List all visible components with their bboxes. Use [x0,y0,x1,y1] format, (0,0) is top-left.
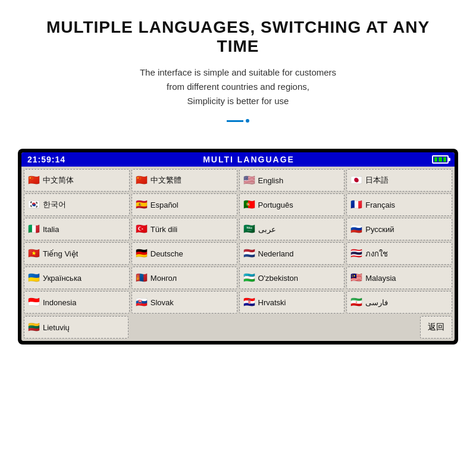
subtitle: The interface is simple and suitable for… [24,65,452,108]
flag-icon-17: 🇲🇳 [136,273,148,283]
lang-label-9: Türk dili [151,225,178,234]
lang-btn-11[interactable]: 🇷🇺Русский [346,218,452,240]
lang-label-19: Malaysia [365,274,396,283]
lang-label-14: Nederland [258,249,294,258]
lang-btn-24[interactable]: 🇱🇹Lietuvių [24,316,129,339]
battery-bar-2 [439,157,441,162]
lang-btn-15[interactable]: 🇹🇭ภงกใช [346,242,452,265]
device-screen: 21:59:14 MULTI LANGUAGE 🇨🇳中文简体🇨🇳中文繁體🇺🇸En… [21,152,455,341]
flag-icon-8: 🇮🇹 [28,224,40,234]
battery-body [432,155,449,164]
battery-bar-1 [434,157,437,162]
lang-btn-8[interactable]: 🇮🇹Italia [24,218,130,240]
battery-icon [432,155,449,164]
lang-btn-17[interactable]: 🇲🇳Монгол [131,267,237,289]
flag-icon-4: 🇰🇷 [28,200,40,209]
lang-btn-14[interactable]: 🇳🇱Nederland [239,242,345,265]
lang-btn-21[interactable]: 🇸🇰Slovak [131,291,237,314]
lang-btn-4[interactable]: 🇰🇷한국어 [24,193,130,216]
lang-btn-9[interactable]: 🇹🇷Türk dili [131,218,237,240]
divider [24,119,452,123]
lang-label-20: Indonesia [43,298,76,307]
flag-icon-21: 🇸🇰 [136,298,148,307]
lang-btn-19[interactable]: 🇲🇾Malaysia [346,267,452,289]
lang-label-7: Français [365,201,395,209]
lang-btn-2[interactable]: 🇺🇸English [239,169,345,192]
lang-btn-7[interactable]: 🇫🇷Français [346,193,452,216]
status-bar: 21:59:14 MULTI LANGUAGE [21,152,455,167]
lang-label-16: Українська [43,274,82,283]
flag-icon-9: 🇹🇷 [136,224,148,234]
divider-dash [227,120,243,122]
flag-icon-15: 🇹🇭 [350,249,362,258]
lang-label-15: ภงกใช [365,248,388,260]
lang-btn-20[interactable]: 🇮🇩Indonesia [24,291,130,314]
lang-btn-1[interactable]: 🇨🇳中文繁體 [131,169,237,192]
screen-title: MULTI LANGUAGE [203,155,295,164]
flag-icon-20: 🇮🇩 [28,298,40,307]
flag-icon-16: 🇺🇦 [28,273,40,283]
lang-btn-12[interactable]: 🇻🇳Tiếng Việt [24,242,130,265]
lang-label-5: Español [151,201,178,209]
flag-icon-3: 🇯🇵 [350,176,362,185]
lang-btn-3[interactable]: 🇯🇵日本語 [346,169,452,192]
flag-icon-0: 🇨🇳 [28,176,40,185]
bottom-spacer [130,316,419,339]
lang-label-21: Slovak [151,298,174,307]
language-grid: 🇨🇳中文简体🇨🇳中文繁體🇺🇸English🇯🇵日本語🇰🇷한국어🇪🇸Español… [21,167,455,316]
lang-btn-6[interactable]: 🇵🇹Português [239,193,345,216]
status-time: 21:59:14 [27,155,65,164]
flag-icon-13: 🇩🇪 [136,249,148,258]
page-title: MULTIPLE LANGUAGES, SWITCHING AT ANY TIM… [24,18,452,56]
lang-btn-0[interactable]: 🇨🇳中文简体 [24,169,130,192]
lang-label-4: 한국어 [43,199,66,210]
flag-icon-1: 🇨🇳 [136,176,148,185]
lang-label-18: O'zbekiston [258,274,299,283]
lang-label-11: Русский [365,225,394,234]
flag-icon-7: 🇫🇷 [350,200,362,209]
lang-btn-5[interactable]: 🇪🇸Español [131,193,237,216]
lang-label-2: English [258,176,284,185]
flag-icon-23: 🇮🇷 [350,298,362,307]
lang-label-0: 中文简体 [43,175,74,186]
top-section: MULTIPLE LANGUAGES, SWITCHING AT ANY TIM… [0,0,476,134]
lang-btn-10[interactable]: 🇸🇦عربى [239,218,345,240]
back-button[interactable]: 返回 [420,316,452,339]
lang-label-10: عربى [258,225,276,234]
flag-icon-5: 🇪🇸 [136,200,148,209]
flag-icon-18: 🇺🇿 [243,273,255,283]
lang-label-24: Lietuvių [43,323,70,332]
flag-icon-2: 🇺🇸 [243,176,255,185]
flag-icon-12: 🇻🇳 [28,249,40,258]
lang-btn-22[interactable]: 🇭🇷Hrvatski [239,291,345,314]
device-frame: 21:59:14 MULTI LANGUAGE 🇨🇳中文简体🇨🇳中文繁體🇺🇸En… [18,149,458,345]
lang-btn-23[interactable]: 🇮🇷فارسی [346,291,452,314]
lang-label-12: Tiếng Việt [43,249,78,258]
lang-label-17: Монгол [151,274,177,283]
flag-icon-22: 🇭🇷 [243,298,255,307]
divider-dot [246,119,249,123]
flag-icon-6: 🇵🇹 [243,200,255,209]
flag-icon-14: 🇳🇱 [243,249,255,258]
lang-btn-13[interactable]: 🇩🇪Deutsche [131,242,237,265]
lang-label-1: 中文繁體 [151,175,181,186]
flag-icon-24: 🇱🇹 [28,322,40,332]
flag-icon-11: 🇷🇺 [350,224,362,234]
bottom-row: 🇱🇹Lietuvių返回 [21,316,455,341]
lang-label-6: Português [258,201,293,209]
lang-label-3: 日本語 [365,175,389,186]
lang-label-23: فارسی [365,298,388,307]
lang-btn-18[interactable]: 🇺🇿O'zbekiston [239,267,345,289]
flag-icon-19: 🇲🇾 [350,273,362,283]
lang-btn-16[interactable]: 🇺🇦Українська [24,267,130,289]
lang-label-13: Deutsche [151,249,183,258]
lang-label-8: Italia [43,225,59,234]
flag-icon-10: 🇸🇦 [243,224,255,234]
lang-label-22: Hrvatski [258,298,286,307]
battery-bar-3 [443,157,446,162]
